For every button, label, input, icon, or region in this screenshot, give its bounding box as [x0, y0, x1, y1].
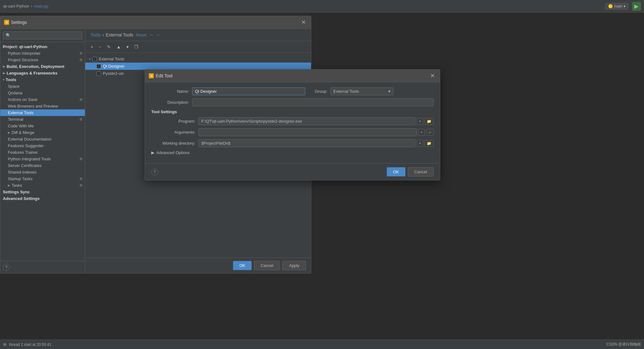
- run-button[interactable]: ▶: [632, 2, 641, 11]
- dialog-help-button[interactable]: ?: [151, 169, 158, 175]
- breadcrumb-parent[interactable]: Tools: [90, 32, 101, 37]
- group-checkbox[interactable]: ✓: [92, 57, 97, 61]
- sidebar-item-terminal[interactable]: Terminal ⊞: [0, 116, 85, 123]
- ext-tools-group[interactable]: ▾ ✓ External Tools: [85, 55, 311, 63]
- search-input[interactable]: [3, 31, 82, 39]
- top-bar: qt-uart-Python › main.py 🟡 main ▾ ▶: [0, 0, 644, 13]
- edit-tool-close-button[interactable]: ✕: [429, 72, 436, 80]
- tools-label: Tools: [6, 77, 16, 82]
- sidebar-item-python-interpreter[interactable]: Python Interpreter ⊞: [0, 50, 85, 57]
- ext-tools-group-label: External Tools: [99, 57, 124, 61]
- sidebar-item-advanced-settings[interactable]: Advanced Settings: [0, 195, 85, 202]
- settings-gear-icon[interactable]: ⚙: [3, 342, 7, 347]
- sidebar-item-web-browsers[interactable]: Web Browsers and Preview: [0, 103, 85, 109]
- move-down-button[interactable]: ▾: [124, 43, 131, 51]
- ext-docs-label: External Documentation: [8, 137, 52, 141]
- name-group-row: Name: Group: External Tools ▾: [151, 87, 434, 95]
- status-bar: ⚙ thread 2 start at 20:50:41 CSDN @请叫我晚眠: [0, 340, 644, 349]
- description-input[interactable]: [192, 98, 434, 106]
- run-config-icon: 🟡: [608, 4, 613, 8]
- pyside2-checkbox[interactable]: ✓: [97, 71, 101, 76]
- add-button[interactable]: +: [88, 43, 95, 51]
- sidebar-item-languages[interactable]: ▶ Languages & Frameworks: [0, 70, 85, 76]
- sidebar-item-settings-sync[interactable]: Settings Sync: [0, 189, 85, 195]
- sidebar-item-project-structure[interactable]: Project Structure ⊞: [0, 57, 85, 63]
- program-browse-btn[interactable]: 📁: [425, 118, 434, 125]
- copy-button[interactable]: ❐: [132, 43, 141, 51]
- arguments-expand-btn[interactable]: ⤢: [426, 129, 434, 136]
- help-button[interactable]: ?: [3, 264, 10, 271]
- top-bar-right: 🟡 main ▾ ▶: [605, 2, 641, 11]
- advanced-options-row[interactable]: ▶ Advanced Options: [151, 150, 434, 155]
- sidebar-item-features-trainer[interactable]: Features Trainer: [0, 149, 85, 156]
- working-dir-input[interactable]: [198, 139, 415, 147]
- edit-tool-title-text: Edit Tool: [156, 73, 172, 78]
- sidebar-item-python-integrated-tools[interactable]: Python Integrated Tools ⊞: [0, 156, 85, 162]
- indicator-icon: ⊞: [80, 51, 82, 55]
- dialog-ok-button[interactable]: OK: [387, 167, 405, 176]
- settings-cancel-button[interactable]: Cancel: [254, 261, 280, 270]
- working-dir-browse-btn[interactable]: 📁: [425, 140, 434, 147]
- content-header: Tools › External Tools Reset ← →: [85, 29, 311, 41]
- settings-sidebar: Project: qt-uart-Python Python Interpret…: [0, 29, 85, 273]
- sidebar-item-tools[interactable]: ▾ Tools: [0, 76, 85, 83]
- chevron-down-icon2: ▾: [3, 78, 4, 81]
- reset-button[interactable]: Reset: [136, 33, 147, 37]
- back-button[interactable]: ←: [149, 32, 154, 38]
- sidebar-item-external-tools[interactable]: External Tools: [0, 109, 85, 116]
- dialog-cancel-button[interactable]: Cancel: [408, 167, 434, 176]
- qt-designer-item[interactable]: ✓ Qt Designer: [85, 63, 311, 70]
- working-dir-add-btn[interactable]: +: [417, 140, 423, 147]
- sidebar-item-shared-indexes[interactable]: Shared Indexes: [0, 169, 85, 175]
- chevron-right-icon3: ▶: [8, 131, 10, 134]
- project-structure-label: Project Structure: [8, 58, 38, 62]
- status-right: CSDN @请叫我晚眠: [606, 342, 641, 347]
- code-with-me-label: Code With Me: [8, 124, 34, 128]
- move-up-button[interactable]: ▲: [114, 43, 123, 51]
- server-certs-label: Server Certificates: [8, 163, 42, 168]
- run-config-label[interactable]: 🟡 main ▾: [605, 3, 628, 9]
- python-interpreter-label: Python Interpreter: [8, 51, 41, 56]
- actions-label: Actions on Save: [8, 97, 37, 102]
- current-file[interactable]: main.py: [34, 4, 49, 8]
- forward-button[interactable]: →: [155, 32, 160, 38]
- python-tools-label: Python Integrated Tools: [8, 157, 51, 161]
- sidebar-item-code-with-me[interactable]: Code With Me: [0, 123, 85, 129]
- edit-tool-dialog: ⚙ Edit Tool ✕ Name: Group: External Tool…: [145, 69, 440, 180]
- pyside2-label: Pyside2-uic: [103, 71, 124, 76]
- settings-icon: ⚙: [4, 20, 9, 25]
- name-input[interactable]: [192, 87, 305, 95]
- edit-tool-titlebar: ⚙ Edit Tool ✕: [145, 69, 440, 82]
- group-label: Group:: [308, 89, 327, 94]
- sidebar-item-server-certificates[interactable]: Server Certificates: [0, 162, 85, 169]
- arguments-add-btn[interactable]: +: [418, 129, 425, 136]
- shared-indexes-label: Shared Indexes: [8, 170, 36, 174]
- sidebar-item-space[interactable]: Space: [0, 83, 85, 90]
- sidebar-item-features-suggester[interactable]: Features Suggester: [0, 142, 85, 149]
- sidebar-item-actions-on-save[interactable]: Actions on Save ⊞: [0, 96, 85, 103]
- sidebar-item-qodana[interactable]: Qodana: [0, 90, 85, 96]
- sidebar-item-startup-tasks[interactable]: Startup Tasks ⊞: [0, 175, 85, 182]
- sidebar-item-external-documentation[interactable]: External Documentation: [0, 136, 85, 142]
- settings-apply-button[interactable]: Apply: [282, 261, 306, 270]
- program-add-btn[interactable]: +: [417, 118, 423, 125]
- arguments-input[interactable]: [198, 128, 417, 136]
- sidebar-item-tasks[interactable]: ▶ Tasks ⊞: [0, 182, 85, 189]
- program-input[interactable]: [198, 117, 415, 125]
- indicator-icon7: ⊞: [80, 183, 82, 187]
- settings-title-text: Settings: [11, 20, 27, 25]
- edit-button[interactable]: ✎: [105, 43, 113, 51]
- remove-button[interactable]: −: [97, 43, 103, 51]
- group-select-value: External Tools: [333, 89, 359, 94]
- settings-close-button[interactable]: ✕: [300, 19, 307, 26]
- toolbar: + − ✎ ▲ ▾ ❐: [85, 41, 311, 53]
- qt-designer-checkbox[interactable]: ✓: [97, 64, 101, 69]
- group-select[interactable]: External Tools ▾: [330, 87, 393, 95]
- chevron-right-icon: ▶: [3, 65, 5, 68]
- working-dir-input-group: + 📁: [198, 139, 434, 147]
- settings-ok-button[interactable]: OK: [233, 261, 252, 270]
- sidebar-item-diff-merge[interactable]: ▶ Diff & Merge: [0, 129, 85, 136]
- arguments-input-group: + ⤢: [198, 128, 434, 136]
- startup-tasks-label: Startup Tasks: [8, 176, 33, 181]
- sidebar-item-build[interactable]: ▶ Build, Execution, Deployment: [0, 63, 85, 70]
